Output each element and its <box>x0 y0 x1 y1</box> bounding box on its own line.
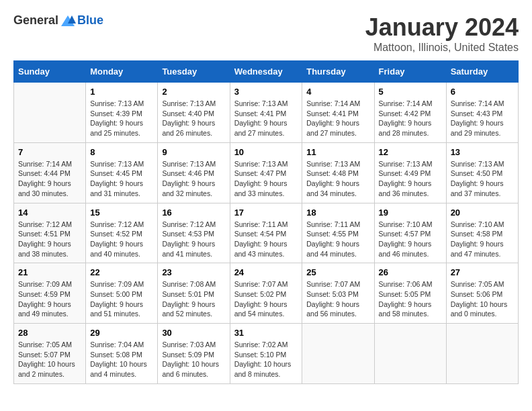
calendar-cell: 2Sunrise: 7:13 AM Sunset: 4:40 PM Daylig… <box>158 83 230 143</box>
day-info: Sunrise: 7:13 AM Sunset: 4:48 PM Dayligh… <box>306 159 369 199</box>
day-number: 5 <box>379 87 442 97</box>
day-number: 13 <box>451 147 514 157</box>
day-number: 17 <box>234 208 298 218</box>
calendar-week-3: 21Sunrise: 7:09 AM Sunset: 4:59 PM Dayli… <box>14 263 519 324</box>
logo-general-text: General <box>13 13 58 28</box>
column-header-tuesday: Tuesday <box>158 61 230 83</box>
main-title: January 2024 <box>365 13 519 42</box>
day-number: 1 <box>90 87 153 97</box>
day-info: Sunrise: 7:14 AM Sunset: 4:41 PM Dayligh… <box>306 99 369 138</box>
day-number: 25 <box>306 267 369 277</box>
day-info: Sunrise: 7:07 AM Sunset: 5:03 PM Dayligh… <box>306 279 369 319</box>
day-number: 28 <box>18 328 81 338</box>
calendar-cell: 29Sunrise: 7:04 AM Sunset: 5:08 PM Dayli… <box>86 324 158 384</box>
day-number: 12 <box>379 147 442 157</box>
day-info: Sunrise: 7:13 AM Sunset: 4:46 PM Dayligh… <box>162 159 225 199</box>
column-header-monday: Monday <box>86 61 158 83</box>
day-number: 26 <box>379 267 442 277</box>
day-info: Sunrise: 7:08 AM Sunset: 5:01 PM Dayligh… <box>162 279 225 319</box>
calendar-cell: 23Sunrise: 7:08 AM Sunset: 5:01 PM Dayli… <box>158 263 230 324</box>
calendar-cell <box>14 83 86 143</box>
day-number: 3 <box>234 87 298 97</box>
logo: General Blue <box>13 13 103 28</box>
day-info: Sunrise: 7:02 AM Sunset: 5:10 PM Dayligh… <box>234 340 298 379</box>
day-info: Sunrise: 7:13 AM Sunset: 4:45 PM Dayligh… <box>90 159 153 199</box>
calendar-cell: 22Sunrise: 7:09 AM Sunset: 5:00 PM Dayli… <box>86 263 158 324</box>
calendar-cell: 21Sunrise: 7:09 AM Sunset: 4:59 PM Dayli… <box>14 263 86 324</box>
day-info: Sunrise: 7:13 AM Sunset: 4:40 PM Dayligh… <box>162 99 225 138</box>
day-number: 10 <box>234 147 298 157</box>
calendar-cell: 8Sunrise: 7:13 AM Sunset: 4:45 PM Daylig… <box>86 142 158 203</box>
day-info: Sunrise: 7:12 AM Sunset: 4:51 PM Dayligh… <box>18 220 81 259</box>
calendar-cell: 1Sunrise: 7:13 AM Sunset: 4:39 PM Daylig… <box>86 83 158 143</box>
day-number: 2 <box>162 87 225 97</box>
calendar-cell: 27Sunrise: 7:05 AM Sunset: 5:06 PM Dayli… <box>446 263 518 324</box>
column-header-wednesday: Wednesday <box>230 61 302 83</box>
calendar-cell: 17Sunrise: 7:11 AM Sunset: 4:54 PM Dayli… <box>230 203 302 263</box>
calendar-cell: 9Sunrise: 7:13 AM Sunset: 4:46 PM Daylig… <box>158 142 230 203</box>
day-number: 8 <box>90 147 153 157</box>
day-number: 30 <box>162 328 225 338</box>
header-row: SundayMondayTuesdayWednesdayThursdayFrid… <box>14 61 519 83</box>
day-info: Sunrise: 7:10 AM Sunset: 4:57 PM Dayligh… <box>379 220 442 259</box>
day-number: 18 <box>306 208 369 218</box>
calendar-cell: 18Sunrise: 7:11 AM Sunset: 4:55 PM Dayli… <box>302 203 374 263</box>
logo-icon <box>60 14 76 28</box>
calendar-cell: 7Sunrise: 7:14 AM Sunset: 4:44 PM Daylig… <box>14 142 86 203</box>
day-info: Sunrise: 7:12 AM Sunset: 4:52 PM Dayligh… <box>90 220 153 259</box>
day-info: Sunrise: 7:10 AM Sunset: 4:58 PM Dayligh… <box>451 220 514 259</box>
day-info: Sunrise: 7:03 AM Sunset: 5:09 PM Dayligh… <box>162 340 225 379</box>
calendar-week-0: 1Sunrise: 7:13 AM Sunset: 4:39 PM Daylig… <box>14 83 519 143</box>
calendar-cell: 24Sunrise: 7:07 AM Sunset: 5:02 PM Dayli… <box>230 263 302 324</box>
calendar-cell: 5Sunrise: 7:14 AM Sunset: 4:42 PM Daylig… <box>374 83 446 143</box>
day-info: Sunrise: 7:13 AM Sunset: 4:47 PM Dayligh… <box>234 159 298 199</box>
day-info: Sunrise: 7:14 AM Sunset: 4:43 PM Dayligh… <box>451 99 514 138</box>
day-number: 4 <box>306 87 369 97</box>
calendar-week-1: 7Sunrise: 7:14 AM Sunset: 4:44 PM Daylig… <box>14 142 519 203</box>
calendar-cell: 3Sunrise: 7:13 AM Sunset: 4:41 PM Daylig… <box>230 83 302 143</box>
calendar-cell: 20Sunrise: 7:10 AM Sunset: 4:58 PM Dayli… <box>446 203 518 263</box>
day-info: Sunrise: 7:09 AM Sunset: 4:59 PM Dayligh… <box>18 279 81 319</box>
day-info: Sunrise: 7:14 AM Sunset: 4:42 PM Dayligh… <box>379 99 442 138</box>
day-number: 9 <box>162 147 225 157</box>
calendar-cell <box>446 324 518 384</box>
day-number: 6 <box>451 87 514 97</box>
calendar-table: SundayMondayTuesdayWednesdayThursdayFrid… <box>13 60 519 384</box>
day-number: 23 <box>162 267 225 277</box>
day-number: 20 <box>451 208 514 218</box>
calendar-cell: 25Sunrise: 7:07 AM Sunset: 5:03 PM Dayli… <box>302 263 374 324</box>
calendar-cell: 4Sunrise: 7:14 AM Sunset: 4:41 PM Daylig… <box>302 83 374 143</box>
calendar-cell: 28Sunrise: 7:05 AM Sunset: 5:07 PM Dayli… <box>14 324 86 384</box>
day-number: 15 <box>90 208 153 218</box>
day-number: 21 <box>18 267 81 277</box>
calendar-cell: 10Sunrise: 7:13 AM Sunset: 4:47 PM Dayli… <box>230 142 302 203</box>
day-number: 14 <box>18 208 81 218</box>
day-info: Sunrise: 7:13 AM Sunset: 4:39 PM Dayligh… <box>90 99 153 138</box>
calendar-week-4: 28Sunrise: 7:05 AM Sunset: 5:07 PM Dayli… <box>14 324 519 384</box>
day-number: 29 <box>90 328 153 338</box>
logo-blue-text: Blue <box>77 13 103 28</box>
day-info: Sunrise: 7:11 AM Sunset: 4:54 PM Dayligh… <box>234 220 298 259</box>
subtitle: Mattoon, Illinois, United States <box>365 42 519 54</box>
calendar-cell <box>302 324 374 384</box>
day-number: 24 <box>234 267 298 277</box>
calendar-week-2: 14Sunrise: 7:12 AM Sunset: 4:51 PM Dayli… <box>14 203 519 263</box>
calendar-cell <box>374 324 446 384</box>
day-info: Sunrise: 7:13 AM Sunset: 4:41 PM Dayligh… <box>234 99 298 138</box>
calendar-cell: 14Sunrise: 7:12 AM Sunset: 4:51 PM Dayli… <box>14 203 86 263</box>
calendar-cell: 19Sunrise: 7:10 AM Sunset: 4:57 PM Dayli… <box>374 203 446 263</box>
column-header-thursday: Thursday <box>302 61 374 83</box>
column-header-saturday: Saturday <box>446 61 518 83</box>
column-header-sunday: Sunday <box>14 61 86 83</box>
calendar-cell: 6Sunrise: 7:14 AM Sunset: 4:43 PM Daylig… <box>446 83 518 143</box>
day-info: Sunrise: 7:05 AM Sunset: 5:06 PM Dayligh… <box>451 279 514 319</box>
day-number: 22 <box>90 267 153 277</box>
day-info: Sunrise: 7:11 AM Sunset: 4:55 PM Dayligh… <box>306 220 369 259</box>
day-info: Sunrise: 7:13 AM Sunset: 4:49 PM Dayligh… <box>379 159 442 199</box>
day-number: 31 <box>234 328 298 338</box>
day-info: Sunrise: 7:09 AM Sunset: 5:00 PM Dayligh… <box>90 279 153 319</box>
day-info: Sunrise: 7:13 AM Sunset: 4:50 PM Dayligh… <box>451 159 514 199</box>
calendar-cell: 30Sunrise: 7:03 AM Sunset: 5:09 PM Dayli… <box>158 324 230 384</box>
day-number: 19 <box>379 208 442 218</box>
day-info: Sunrise: 7:14 AM Sunset: 4:44 PM Dayligh… <box>18 159 81 199</box>
